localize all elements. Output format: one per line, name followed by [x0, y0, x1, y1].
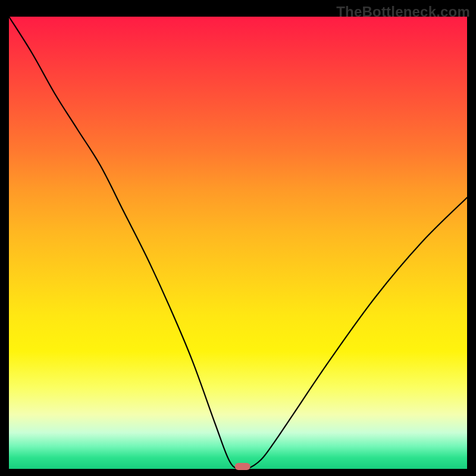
bottleneck-curve [9, 17, 467, 470]
chart-frame: TheBottleneck.com [0, 0, 476, 476]
chart-svg [9, 17, 467, 469]
plot-area [9, 17, 467, 469]
optimal-marker [235, 463, 250, 470]
